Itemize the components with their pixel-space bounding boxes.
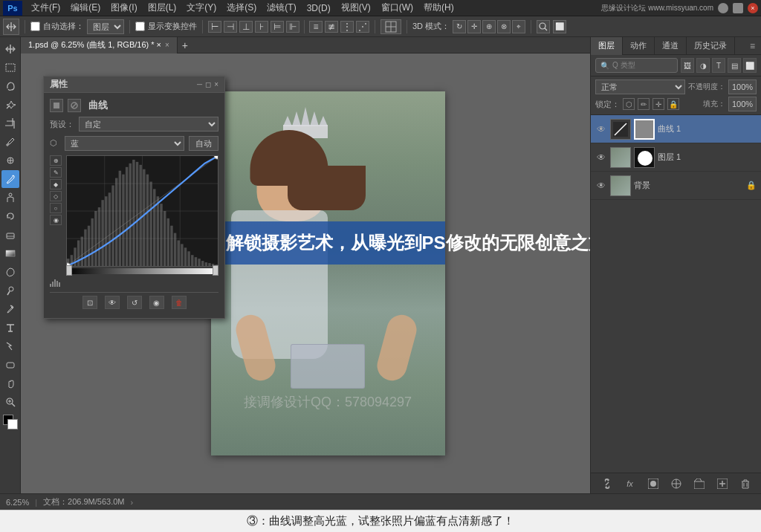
move-tool-btn[interactable] [3,19,19,35]
zoom-tool[interactable] [1,393,19,411]
layer-visibility-curves1[interactable]: 👁 [595,123,607,135]
new-tab-btn[interactable]: + [178,37,192,53]
layer-item-layer1[interactable]: 👁 图层 1 [591,143,761,172]
layer-filter-adjust[interactable]: ◑ [696,58,710,73]
curves-sample-dark[interactable]: ◆ [50,179,62,189]
layer-mask-btn[interactable] [646,476,661,491]
auto-btn[interactable]: 自动 [189,136,218,151]
align-right-btn[interactable]: ⊥ [239,21,253,33]
curves-footer-copy[interactable]: ⊡ [82,296,97,309]
curves-panel-minimize[interactable]: ─ [197,80,202,88]
menu-window[interactable]: 窗口(W) [377,1,418,15]
text-tool[interactable] [1,319,19,337]
workspace-btn[interactable]: ⬜ [553,20,566,33]
show-transform-checkbox[interactable] [135,22,145,31]
document-tab[interactable]: 1.psd @ 6.25% (曲线 1, RGB/16) * × × [21,37,178,53]
curves-mode-btn1[interactable] [50,99,63,112]
actions-tab[interactable]: 动作 [623,37,655,55]
3d-roll-btn[interactable]: ⊗ [497,20,511,33]
layer-item-curves1[interactable]: 👁 曲线 1 [591,115,761,143]
layer-filter-smart[interactable]: ⬜ [743,58,757,73]
menu-filter[interactable]: 滤镜(T) [262,1,300,15]
foreground-color[interactable] [3,415,18,429]
menu-text[interactable]: 文字(Y) [182,1,221,15]
3d-rotate-btn[interactable]: ↻ [453,20,466,33]
menu-select[interactable]: 选择(S) [222,1,261,15]
align-center-btn[interactable]: ⊣ [224,21,237,33]
brush-tool[interactable] [1,170,19,188]
menu-help[interactable]: 帮助(H) [419,1,459,15]
rectangular-marquee-tool[interactable] [1,59,19,77]
channel-select[interactable]: 蓝 RGB 红 绿 [65,136,184,151]
path-selection-tool[interactable] [1,337,19,355]
blend-mode-select[interactable]: 正常 [595,80,685,94]
distribute-h-btn[interactable]: ≡ [309,21,323,33]
layer-item-background[interactable]: 👁 背景 🔒 [591,172,761,200]
3d-pan-btn[interactable]: ✛ [467,20,481,33]
blur-tool[interactable] [1,263,19,281]
fill-input[interactable] [728,97,757,111]
lock-artboard-btn[interactable]: 🔒 [667,98,679,110]
layer-visibility-background[interactable]: 👁 [595,180,607,192]
curves-footer-visibility[interactable]: ◉ [149,296,164,309]
tab-close-btn[interactable]: × [165,41,169,49]
layer-filter-image[interactable]: 🖼 [681,58,694,73]
curves-panel-resize[interactable]: ◻ [205,80,211,88]
layer-filter-shape[interactable]: ▤ [728,58,741,73]
gradient-tool[interactable] [1,244,19,262]
panel-menu-btn[interactable]: ≡ [744,41,761,51]
menu-file[interactable]: 文件(F) [27,1,65,15]
hand-tool[interactable] [1,374,19,392]
crop-tool[interactable] [1,114,19,132]
menu-image[interactable]: 图像(I) [106,1,141,15]
curves-sample-light[interactable]: ○ [50,203,62,213]
channel-eyedropper[interactable]: ⬡ [50,138,60,149]
curves-adjust-tool[interactable]: ⊕ [50,155,62,166]
curves-mode-btn2[interactable] [68,99,81,112]
curves-sample-mid[interactable]: ◇ [50,191,62,201]
3d-zoom-btn[interactable]: ⊕ [482,20,496,33]
magic-wand-tool[interactable] [1,96,19,114]
curves-footer-delete[interactable]: 🗑 [172,296,187,309]
search-btn[interactable] [537,20,550,33]
lock-position-btn[interactable]: ✛ [652,98,664,110]
menu-edit[interactable]: 编辑(E) [66,1,105,15]
dodge-tool[interactable] [1,282,19,299]
layer-group-btn[interactable] [692,476,707,491]
shape-tool[interactable] [1,356,19,374]
menu-view[interactable]: 视图(V) [337,1,375,15]
align-top-btn[interactable]: ⊦ [255,21,268,33]
align-left-btn[interactable]: ⊢ [208,21,221,33]
white-point-input[interactable] [213,265,218,276]
healing-brush-tool[interactable] [1,152,19,169]
maximize-btn[interactable] [733,3,743,13]
distribute-v-btn[interactable]: ≢ [325,21,338,33]
curves-footer-reset[interactable]: ↺ [127,296,142,309]
arrange-btn[interactable]: ⋰ [356,21,369,33]
align-middle-btn[interactable]: ⊨ [271,21,284,33]
lock-transparent-btn[interactable]: ⬡ [623,98,635,110]
preset-select[interactable]: 自定 [79,117,218,132]
curves-sample-white[interactable]: ◉ [50,215,62,225]
distribute-btn3[interactable]: ⋮ [340,21,354,33]
pen-tool[interactable] [1,300,19,318]
lock-image-btn[interactable]: ✏ [638,98,650,110]
auto-select-dropdown[interactable]: 图层 [87,19,124,34]
move-tool[interactable] [1,40,19,58]
channels-tab[interactable]: 通道 [655,37,687,55]
auto-select-checkbox[interactable] [30,22,40,31]
close-btn[interactable]: × [748,3,758,13]
eyedropper-tool[interactable] [1,133,19,151]
3d-slide-btn[interactable]: ⌖ [512,20,525,33]
eraser-tool[interactable] [1,226,19,244]
history-tab[interactable]: 历史记录 [687,37,735,55]
layer-filter-text[interactable]: T [712,58,725,73]
layer-delete-btn[interactable] [738,476,753,491]
history-brush-tool[interactable] [1,207,19,225]
layer-new-btn[interactable] [715,476,730,491]
auto-align-btn[interactable] [380,19,401,34]
menu-layer[interactable]: 图层(L) [143,1,181,15]
clone-stamp-tool[interactable] [1,189,19,207]
curves-graph[interactable] [66,155,218,267]
layer-link-btn[interactable] [600,476,615,491]
